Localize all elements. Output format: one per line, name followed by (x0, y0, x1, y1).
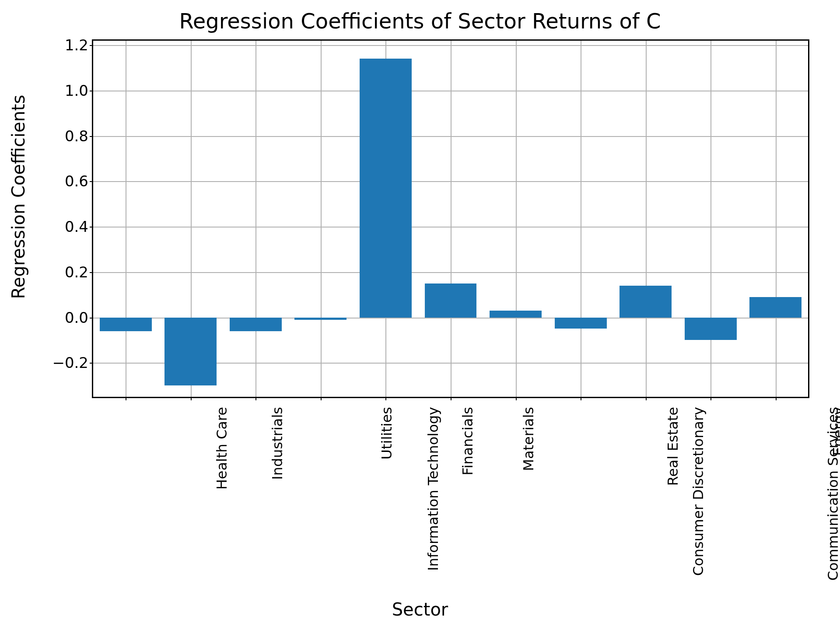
bar (294, 318, 346, 320)
xtick-label: Health Care (214, 407, 231, 490)
bar (620, 286, 672, 318)
xtick-label: Information Technology (425, 407, 441, 571)
xtick-mark (516, 397, 517, 400)
xtick-label: Utilities (378, 407, 395, 459)
xtick-mark (191, 397, 192, 400)
xtick-mark (710, 397, 711, 400)
bar (360, 59, 412, 317)
ytick-mark (90, 227, 93, 228)
bar (490, 311, 542, 318)
chart-title: Regression Coefficients of Sector Return… (0, 9, 840, 33)
plot-area (92, 39, 809, 398)
bar (749, 297, 802, 318)
x-axis-label: Sector (0, 599, 840, 620)
xtick-mark (776, 397, 777, 400)
bar (164, 318, 217, 386)
gridline-v (451, 41, 452, 397)
xtick-mark (256, 397, 256, 400)
xtick-mark (321, 397, 322, 400)
xtick-label: Real Estate (665, 407, 682, 486)
xtick-mark (385, 397, 386, 400)
gridline-v (776, 41, 777, 397)
xtick-label: Energy (830, 407, 840, 456)
ytick-label: 1.2 (45, 36, 88, 54)
ytick-label: 0.6 (45, 172, 88, 190)
bar (230, 318, 282, 331)
gridline-v (256, 41, 256, 397)
chart-figure: Regression Coefficients of Sector Return… (0, 0, 840, 630)
ytick-mark (90, 181, 93, 182)
bar (555, 318, 607, 329)
bar (685, 318, 737, 340)
ytick-label: 1.0 (45, 82, 88, 99)
ytick-mark (90, 363, 93, 364)
xtick-label: Financials (459, 407, 476, 476)
ytick-label: 0.2 (45, 263, 88, 281)
ytick-mark (90, 136, 93, 137)
ytick-label: 0.4 (45, 218, 88, 235)
gridline-v (321, 41, 322, 397)
bar (100, 318, 152, 331)
gridline-v (126, 41, 126, 397)
gridline-v (710, 41, 711, 397)
xtick-label: Materials (520, 407, 537, 471)
ytick-label: 0.8 (45, 127, 88, 145)
xtick-label: Consumer Discretionary (690, 407, 707, 576)
ytick-mark (90, 45, 93, 46)
xtick-mark (646, 397, 647, 400)
gridline-v (581, 41, 581, 397)
xtick-mark (126, 397, 126, 400)
gridline-v (646, 41, 647, 397)
xtick-label: Industrials (269, 407, 286, 480)
ytick-mark (90, 272, 93, 273)
y-axis-label: Regression Coefficients (10, 0, 27, 394)
gridline-v (516, 41, 517, 397)
ytick-mark (90, 318, 93, 318)
xtick-mark (581, 397, 581, 400)
xtick-mark (451, 397, 452, 400)
ytick-mark (90, 91, 93, 91)
ytick-label: 0.0 (45, 309, 88, 326)
ytick-label: −0.2 (45, 354, 88, 371)
bar (425, 284, 477, 318)
